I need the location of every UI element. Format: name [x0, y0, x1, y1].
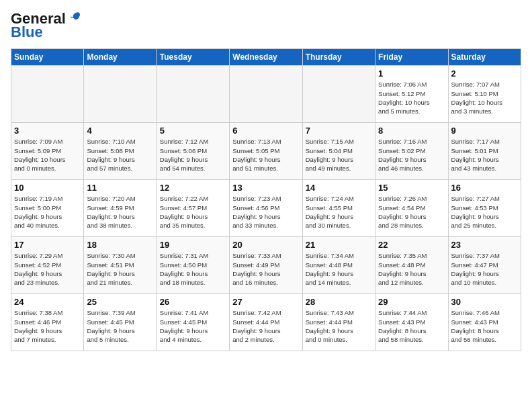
weekday-header-monday: Monday [84, 49, 157, 66]
calendar-cell: 18Sunrise: 7:30 AM Sunset: 4:51 PM Dayli… [84, 237, 157, 294]
day-info: Sunrise: 7:31 AM Sunset: 4:50 PM Dayligh… [160, 251, 226, 287]
weekday-header-row: SundayMondayTuesdayWednesdayThursdayFrid… [11, 49, 521, 66]
day-info: Sunrise: 7:15 AM Sunset: 5:04 PM Dayligh… [306, 137, 372, 173]
week-row-1: 3Sunrise: 7:09 AM Sunset: 5:09 PM Daylig… [11, 123, 521, 180]
calendar-cell: 13Sunrise: 7:23 AM Sunset: 4:56 PM Dayli… [230, 180, 302, 237]
day-number: 15 [378, 183, 445, 193]
day-info: Sunrise: 7:35 AM Sunset: 4:48 PM Dayligh… [378, 251, 445, 287]
header: General Blue [11, 11, 521, 40]
day-number: 27 [232, 297, 299, 307]
calendar-cell: 11Sunrise: 7:20 AM Sunset: 4:59 PM Dayli… [84, 180, 157, 237]
calendar-cell: 16Sunrise: 7:27 AM Sunset: 4:53 PM Dayli… [448, 180, 521, 237]
day-info: Sunrise: 7:38 AM Sunset: 4:46 PM Dayligh… [14, 308, 81, 344]
calendar-cell [11, 66, 84, 123]
day-number: 4 [87, 126, 153, 136]
day-info: Sunrise: 7:39 AM Sunset: 4:45 PM Dayligh… [87, 308, 153, 344]
day-number: 25 [87, 297, 153, 307]
week-row-0: 1Sunrise: 7:06 AM Sunset: 5:12 PM Daylig… [11, 66, 521, 123]
day-info: Sunrise: 7:46 AM Sunset: 4:43 PM Dayligh… [451, 308, 518, 344]
calendar-cell: 22Sunrise: 7:35 AM Sunset: 4:48 PM Dayli… [375, 237, 448, 294]
calendar-body: 1Sunrise: 7:06 AM Sunset: 5:12 PM Daylig… [11, 66, 521, 351]
day-info: Sunrise: 7:10 AM Sunset: 5:08 PM Dayligh… [87, 137, 153, 173]
calendar-cell [302, 66, 375, 123]
calendar-cell: 10Sunrise: 7:19 AM Sunset: 5:00 PM Dayli… [11, 180, 84, 237]
day-info: Sunrise: 7:13 AM Sunset: 5:05 PM Dayligh… [232, 137, 299, 173]
weekday-header-sunday: Sunday [11, 49, 84, 66]
calendar-cell: 28Sunrise: 7:43 AM Sunset: 4:44 PM Dayli… [302, 294, 375, 351]
day-number: 9 [451, 126, 518, 136]
day-number: 11 [87, 183, 153, 193]
day-info: Sunrise: 7:33 AM Sunset: 4:49 PM Dayligh… [232, 251, 299, 287]
calendar-cell [157, 66, 229, 123]
day-info: Sunrise: 7:37 AM Sunset: 4:47 PM Dayligh… [451, 251, 518, 287]
calendar-cell: 29Sunrise: 7:44 AM Sunset: 4:43 PM Dayli… [375, 294, 448, 351]
day-number: 1 [378, 68, 445, 79]
day-info: Sunrise: 7:22 AM Sunset: 4:57 PM Dayligh… [160, 194, 226, 230]
calendar-cell: 20Sunrise: 7:33 AM Sunset: 4:49 PM Dayli… [230, 237, 302, 294]
day-number: 3 [14, 126, 81, 136]
day-info: Sunrise: 7:29 AM Sunset: 4:52 PM Dayligh… [14, 251, 81, 287]
day-info: Sunrise: 7:34 AM Sunset: 4:48 PM Dayligh… [306, 251, 372, 287]
calendar-cell: 7Sunrise: 7:15 AM Sunset: 5:04 PM Daylig… [302, 123, 375, 180]
calendar-cell: 8Sunrise: 7:16 AM Sunset: 5:02 PM Daylig… [375, 123, 448, 180]
calendar-cell: 23Sunrise: 7:37 AM Sunset: 4:47 PM Dayli… [448, 237, 521, 294]
calendar-cell: 24Sunrise: 7:38 AM Sunset: 4:46 PM Dayli… [11, 294, 84, 351]
day-number: 10 [14, 183, 81, 193]
calendar-cell: 6Sunrise: 7:13 AM Sunset: 5:05 PM Daylig… [230, 123, 302, 180]
day-number: 24 [14, 297, 81, 307]
weekday-header-tuesday: Tuesday [157, 49, 229, 66]
calendar-cell: 12Sunrise: 7:22 AM Sunset: 4:57 PM Dayli… [157, 180, 229, 237]
day-number: 13 [232, 183, 299, 193]
day-number: 8 [378, 126, 445, 136]
day-info: Sunrise: 7:43 AM Sunset: 4:44 PM Dayligh… [306, 308, 372, 344]
day-info: Sunrise: 7:27 AM Sunset: 4:53 PM Dayligh… [451, 194, 518, 230]
day-info: Sunrise: 7:42 AM Sunset: 4:44 PM Dayligh… [232, 308, 299, 344]
weekday-header-saturday: Saturday [448, 49, 521, 66]
day-info: Sunrise: 7:41 AM Sunset: 4:45 PM Dayligh… [160, 308, 226, 344]
calendar-cell: 17Sunrise: 7:29 AM Sunset: 4:52 PM Dayli… [11, 237, 84, 294]
day-number: 16 [451, 183, 518, 193]
day-info: Sunrise: 7:23 AM Sunset: 4:56 PM Dayligh… [232, 194, 299, 230]
day-info: Sunrise: 7:26 AM Sunset: 4:54 PM Dayligh… [378, 194, 445, 230]
day-number: 21 [306, 240, 372, 250]
day-number: 2 [451, 68, 518, 79]
day-info: Sunrise: 7:30 AM Sunset: 4:51 PM Dayligh… [87, 251, 153, 287]
day-info: Sunrise: 7:06 AM Sunset: 5:12 PM Dayligh… [378, 80, 445, 116]
day-number: 20 [232, 240, 299, 250]
calendar-cell: 9Sunrise: 7:17 AM Sunset: 5:01 PM Daylig… [448, 123, 521, 180]
day-number: 12 [160, 183, 226, 193]
day-number: 5 [160, 126, 226, 136]
day-number: 14 [306, 183, 372, 193]
calendar-cell: 5Sunrise: 7:12 AM Sunset: 5:06 PM Daylig… [157, 123, 229, 180]
week-row-2: 10Sunrise: 7:19 AM Sunset: 5:00 PM Dayli… [11, 180, 521, 237]
day-number: 30 [451, 297, 518, 307]
day-info: Sunrise: 7:09 AM Sunset: 5:09 PM Dayligh… [14, 137, 81, 173]
weekday-header-thursday: Thursday [302, 49, 375, 66]
calendar-cell: 26Sunrise: 7:41 AM Sunset: 4:45 PM Dayli… [157, 294, 229, 351]
day-info: Sunrise: 7:19 AM Sunset: 5:00 PM Dayligh… [14, 194, 81, 230]
week-row-4: 24Sunrise: 7:38 AM Sunset: 4:46 PM Dayli… [11, 294, 521, 351]
day-number: 23 [451, 240, 518, 250]
day-info: Sunrise: 7:44 AM Sunset: 4:43 PM Dayligh… [378, 308, 445, 344]
calendar-cell: 1Sunrise: 7:06 AM Sunset: 5:12 PM Daylig… [375, 66, 448, 123]
day-number: 26 [160, 297, 226, 307]
weekday-header-wednesday: Wednesday [230, 49, 302, 66]
day-info: Sunrise: 7:17 AM Sunset: 5:01 PM Dayligh… [451, 137, 518, 173]
logo-blue: Blue [11, 24, 43, 40]
day-info: Sunrise: 7:24 AM Sunset: 4:55 PM Dayligh… [306, 194, 372, 230]
logo: General Blue [11, 11, 82, 40]
day-number: 28 [306, 297, 372, 307]
day-number: 18 [87, 240, 153, 250]
day-number: 19 [160, 240, 226, 250]
day-info: Sunrise: 7:20 AM Sunset: 4:59 PM Dayligh… [87, 194, 153, 230]
day-info: Sunrise: 7:12 AM Sunset: 5:06 PM Dayligh… [160, 137, 226, 173]
calendar-cell: 4Sunrise: 7:10 AM Sunset: 5:08 PM Daylig… [84, 123, 157, 180]
weekday-header-friday: Friday [375, 49, 448, 66]
calendar-cell [84, 66, 157, 123]
calendar-cell: 14Sunrise: 7:24 AM Sunset: 4:55 PM Dayli… [302, 180, 375, 237]
calendar-cell [230, 66, 302, 123]
calendar-cell: 3Sunrise: 7:09 AM Sunset: 5:09 PM Daylig… [11, 123, 84, 180]
calendar-cell: 25Sunrise: 7:39 AM Sunset: 4:45 PM Dayli… [84, 294, 157, 351]
logo-bird-icon [67, 10, 82, 25]
day-number: 22 [378, 240, 445, 250]
